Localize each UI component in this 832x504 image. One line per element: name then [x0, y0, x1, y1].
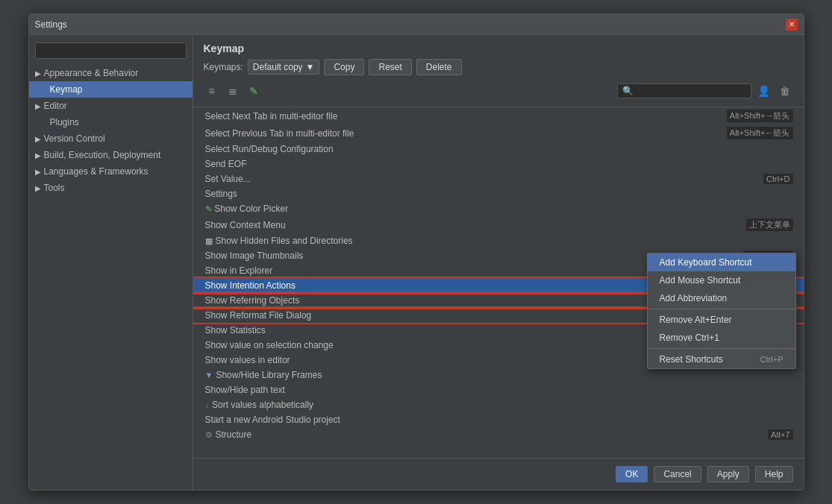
list-item[interactable]: ⚙ Structure Alt+7 — [193, 427, 804, 442]
context-menu-item-remove-alt-enter[interactable]: Remove Alt+Enter — [648, 311, 795, 329]
shortcut-badge: 上下文菜单 — [746, 218, 793, 231]
sidebar-item-label: Keymap — [50, 84, 83, 95]
sidebar-item-label: Build, Execution, Deployment — [44, 150, 161, 160]
structure-icon: ⚙ — [205, 430, 213, 440]
sidebar-item-build[interactable]: ▶ Build, Execution, Deployment — [29, 147, 193, 163]
arrow-icon: ▶ — [35, 102, 41, 110]
context-menu-item-add-keyboard[interactable]: Add Keyboard Shortcut — [648, 253, 795, 271]
list-item[interactable]: ▦ Show Hidden Files and Directories — [193, 233, 804, 248]
keymap-label: Keymaps: — [204, 62, 243, 72]
list-item[interactable]: Show/Hide path text — [193, 382, 804, 397]
sidebar-item-appearance[interactable]: ▶ Appearance & Behavior — [29, 65, 193, 81]
sidebar-item-label: Tools — [44, 183, 65, 193]
reset-button[interactable]: Reset — [369, 59, 411, 75]
context-menu-item-reset-shortcuts[interactable]: Reset Shortcuts Ctrl+P — [648, 350, 795, 368]
sidebar-item-plugins[interactable]: Plugins — [29, 114, 193, 130]
context-menu-item-remove-ctrl-1[interactable]: Remove Ctrl+1 — [648, 329, 795, 347]
content-area: Keymap Keymaps: Default copy ▼ Copy Rese… — [193, 35, 804, 490]
sidebar-item-tools[interactable]: ▶ Tools — [29, 180, 193, 196]
close-button[interactable]: ✕ — [786, 19, 798, 31]
list-item[interactable]: ▼ Show/Hide Library Frames — [193, 368, 804, 382]
context-menu-label: Add Keyboard Shortcut — [660, 257, 752, 268]
dropdown-arrow-icon: ▼ — [306, 62, 315, 72]
list-item[interactable]: Start a new Android Studio project — [193, 412, 804, 427]
shortcut-badge: Alt+Shift+→箭头 — [727, 110, 793, 122]
item-name: Settings — [205, 189, 793, 199]
collapse-all-icon[interactable]: ≣ — [225, 83, 241, 99]
shortcut-badge: Ctrl+P — [760, 355, 783, 364]
shortcut-badge: Alt+7 — [768, 429, 792, 440]
arrow-icon: ▶ — [35, 151, 41, 160]
context-menu-label: Reset Shortcuts — [660, 354, 723, 365]
help-button[interactable]: Help — [755, 466, 793, 482]
item-name: Select Run/Debug Configuration — [205, 144, 793, 154]
context-menu-label: Add Abbreviation — [660, 293, 728, 303]
cancel-button[interactable]: Cancel — [654, 466, 701, 482]
list-item[interactable]: Set Value... Ctrl+D — [193, 171, 804, 186]
content-title: Keymap — [204, 42, 793, 54]
item-name: Show/Hide path text — [205, 385, 793, 395]
ok-button[interactable]: OK — [616, 466, 648, 482]
sort-icon: ↓ — [205, 400, 210, 409]
content-header: Keymap Keymaps: Default copy ▼ Copy Rese… — [193, 35, 804, 107]
arrow-icon: ▶ — [35, 135, 41, 143]
context-menu-separator — [648, 309, 795, 309]
grid-icon: ▦ — [205, 236, 213, 246]
context-menu-separator — [648, 348, 795, 349]
delete-shortcut-icon[interactable]: 🗑 — [777, 83, 793, 99]
user-icon[interactable]: 👤 — [756, 83, 772, 99]
item-name: Sort values alphabetically — [212, 400, 793, 410]
list-item[interactable]: Select Next Tab in multi-editor file Alt… — [193, 107, 804, 125]
context-menu-item-add-mouse[interactable]: Add Mouse Shortcut — [648, 271, 795, 289]
sidebar-item-languages[interactable]: ▶ Languages & Frameworks — [29, 163, 193, 180]
list-item[interactable]: Show Context Menu 上下文菜单 — [193, 216, 804, 233]
item-name: Select Next Tab in multi-editor file — [205, 111, 727, 122]
sidebar-item-keymap[interactable]: Keymap — [29, 81, 193, 98]
sidebar-item-label: Version Control — [44, 133, 105, 144]
titlebar: Settings ✕ — [29, 14, 804, 35]
edit-icon[interactable]: ✎ — [245, 83, 262, 99]
context-menu-label: Add Mouse Shortcut — [660, 275, 741, 286]
sidebar-item-label: Plugins — [50, 117, 79, 127]
sidebar-item-label: Languages & Frameworks — [44, 166, 148, 177]
main-area: ▶ Appearance & Behavior Keymap ▶ Editor … — [29, 35, 804, 490]
content-main: Select Next Tab in multi-editor file Alt… — [193, 107, 804, 458]
window-title: Settings — [35, 19, 67, 30]
shortcut-badge: Alt+Shift+←箭头 — [727, 127, 793, 139]
list-item[interactable]: Select Run/Debug Configuration — [193, 142, 804, 157]
keymap-value: Default copy — [253, 62, 303, 72]
shortcut-badge: Ctrl+D — [763, 174, 792, 184]
expand-all-icon[interactable]: ≡ — [204, 83, 220, 99]
apply-button[interactable]: Apply — [707, 466, 749, 482]
list-item[interactable]: ✎ Show Color Picker — [193, 201, 804, 216]
item-name: Start a new Android Studio project — [205, 415, 793, 425]
color-picker-icon: ✎ — [205, 204, 212, 214]
list-item[interactable]: Settings — [193, 186, 804, 201]
keymap-selector[interactable]: Default copy ▼ — [248, 60, 320, 75]
copy-button[interactable]: Copy — [324, 59, 364, 75]
item-name: Set Value... — [205, 174, 764, 184]
item-name: Select Previous Tab in multi-editor file — [205, 128, 727, 139]
context-menu-label: Remove Ctrl+1 — [660, 333, 719, 343]
keymap-row: Keymaps: Default copy ▼ Copy Reset Delet… — [204, 59, 793, 75]
settings-window: Settings ✕ ▶ Appearance & Behavior Keyma… — [28, 13, 804, 491]
keymap-search-input[interactable] — [617, 84, 751, 98]
list-item[interactable]: ↓ Sort values alphabetically — [193, 397, 804, 412]
sidebar-item-editor[interactable]: ▶ Editor — [29, 98, 193, 114]
context-menu-item-add-abbreviation[interactable]: Add Abbreviation — [648, 289, 795, 307]
arrow-icon: ▶ — [35, 168, 41, 176]
arrow-icon: ▶ — [35, 69, 41, 78]
filter-icon: ▼ — [205, 371, 213, 379]
item-name: Show Hidden Files and Directories — [216, 236, 793, 246]
item-name: Structure — [216, 429, 769, 440]
item-name: Show Context Menu — [205, 220, 746, 230]
sidebar-item-version-control[interactable]: ▶ Version Control — [29, 130, 193, 147]
sidebar-item-label: Editor — [44, 101, 67, 111]
sidebar-search-input[interactable] — [35, 42, 187, 59]
list-item[interactable]: Select Previous Tab in multi-editor file… — [193, 125, 804, 142]
toolbar-row: ≡ ≣ ✎ 👤 🗑 — [204, 80, 793, 102]
list-item[interactable]: Send EOF — [193, 157, 804, 171]
delete-button[interactable]: Delete — [416, 59, 462, 75]
sidebar: ▶ Appearance & Behavior Keymap ▶ Editor … — [29, 35, 193, 490]
item-name: Send EOF — [205, 159, 793, 169]
